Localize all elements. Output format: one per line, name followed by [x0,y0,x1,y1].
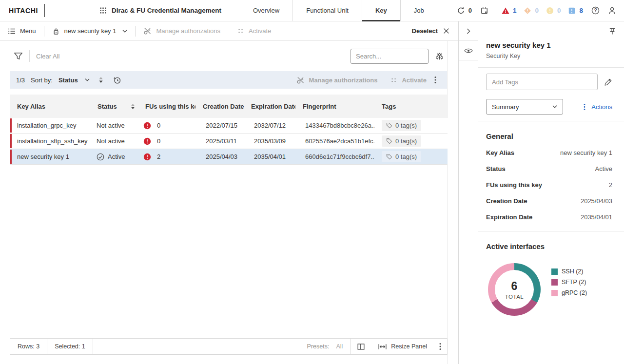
filter-divider [29,50,30,62]
status-cell: Active [90,153,138,161]
major-alerts[interactable]: 0 [524,7,539,15]
status-cell: Not active [90,122,138,129]
fus-cell: 0 [138,122,195,130]
status-cell: Not active [90,137,138,145]
creation-date-cell: 2025/03/11 [195,137,244,145]
col-header-status[interactable]: Status [90,103,138,110]
info-alerts[interactable]: 8 [568,7,583,15]
manage-authorizations-row-button[interactable]: Manage authorizations [296,76,378,84]
search-input[interactable] [351,49,429,64]
field-fus: FUs using this key 2 [486,177,612,193]
active-interfaces-donut: 6 TOTAL [488,263,541,316]
pin-icon[interactable] [608,27,616,35]
presets-value[interactable]: All [336,343,343,350]
preview-button[interactable] [459,41,478,60]
menu-button[interactable]: Menu [8,27,36,35]
col-header-key-alias[interactable]: Key Alias [10,103,90,110]
major-alert-count: 0 [535,7,539,14]
critical-alerts[interactable]: 1 [502,7,517,15]
legend-swatch-sftp [551,279,558,286]
tab-key[interactable]: Key [362,0,400,21]
sort-bar: 1/3 Sort by: Status Manage authorization… [10,71,448,89]
selected-count: Selected: 1 [47,343,93,350]
selected-key-dropdown[interactable]: new security key 1 [52,27,128,35]
user-icon[interactable] [608,6,616,15]
actions-button[interactable]: Actions [591,103,612,111]
deselect-button[interactable]: Deselect [412,27,449,35]
critical-alert-icon [502,7,509,15]
status-sort-icon[interactable] [131,103,135,110]
tags-badge[interactable]: 0 tag(s) [382,120,421,131]
chevron-down-icon [122,30,127,33]
help-icon[interactable] [591,6,600,15]
activate-row-button[interactable]: Activate [390,77,427,84]
activate-button[interactable]: Activate [237,27,271,35]
info-alert-icon [568,7,576,15]
calendar-icon[interactable] [480,6,488,15]
manage-authorizations-button[interactable]: Manage authorizations [143,27,220,35]
rows-count: Rows: 3 [10,343,47,350]
toolbar-divider [135,26,136,37]
legend-swatch-ssh [551,268,558,275]
table-settings-icon[interactable] [435,52,444,60]
footer-more-icon[interactable] [433,339,447,354]
more-actions-icon[interactable] [434,76,436,84]
field-expiration-date: Expiration Date 2035/04/01 [486,209,612,225]
tab-functional-unit[interactable]: Functional Unit [292,0,362,21]
filter-bar: Clear All [10,41,448,71]
col-header-fus[interactable]: FUs using this key [138,103,195,110]
collapse-panel-button[interactable] [459,21,478,41]
tab-overview[interactable]: Overview [240,0,292,21]
filter-funnel-icon[interactable] [14,52,23,60]
tag-icon [386,122,392,129]
view-selector[interactable]: Summary [486,99,563,115]
sort-field-chevron-icon[interactable] [85,78,90,81]
key-alias-cell: new security key 1 [10,153,90,160]
columns-layout-button[interactable] [351,339,371,354]
actions-more-icon[interactable] [584,103,585,111]
table-row-selected[interactable]: new security key 1 Active 2 2025/04/03 2… [10,149,448,165]
critical-alert-count: 1 [513,7,517,14]
col-header-expiration-date[interactable]: Expiration Date [244,103,295,110]
table-footer-bar: Rows: 3 Selected: 1 Presets: All Resize … [10,338,448,355]
resize-panel-button[interactable]: Resize Panel [371,339,433,354]
alert-summary: 1 0 0 8 [502,7,583,15]
tasks-count: 0 [468,7,472,14]
edit-tags-pencil-icon[interactable] [604,78,612,86]
add-tags-input[interactable] [486,74,598,90]
legend-swatch-grpc [551,290,558,296]
columns-icon [357,343,365,351]
key-alias-cell: installation_grpc_key [10,122,90,129]
warning-alerts[interactable]: 0 [546,7,561,15]
fus-cell: 2 [138,153,195,161]
warning-alert-icon [546,7,554,15]
expiration-date-cell: 2032/07/12 [244,122,295,129]
tags-cell: 0 tag(s) [374,135,448,147]
key-slash-icon [296,76,305,84]
chevron-down-icon [552,105,557,108]
error-circle-icon [143,153,151,161]
col-header-creation-date[interactable]: Creation Date [195,103,244,110]
hitachi-logo: HITACHI [9,7,38,15]
refresh-table-icon[interactable] [113,76,121,84]
col-header-tags[interactable]: Tags [374,103,448,110]
keys-table: Key Alias Status FUs using this key Crea… [10,95,448,165]
sort-field-value[interactable]: Status [58,77,78,84]
detail-panel: new security key 1 Security Key Summary … [459,21,624,364]
panel-divider [478,121,624,121]
tag-icon [386,138,392,144]
sort-direction-icon[interactable] [98,77,103,83]
clear-all-button[interactable]: Clear All [36,53,59,60]
col-header-fingerprint[interactable]: Fingerprint [295,103,374,110]
tags-badge[interactable]: 0 tag(s) [382,151,421,162]
major-alert-icon [524,7,531,15]
app-grid-icon[interactable] [99,7,107,14]
table-row[interactable]: installation_sftp_ssh_key Not active 0 2… [10,134,448,149]
dots-grid-icon [390,77,397,84]
tab-job[interactable]: Job [400,0,437,21]
legend-item-grpc: gRPC (2) [551,287,587,298]
tags-badge[interactable]: 0 tag(s) [382,135,421,147]
table-row[interactable]: installation_grpc_key Not active 0 2022/… [10,118,448,134]
error-circle-icon [143,122,151,130]
tasks-indicator[interactable]: 0 [457,6,472,15]
